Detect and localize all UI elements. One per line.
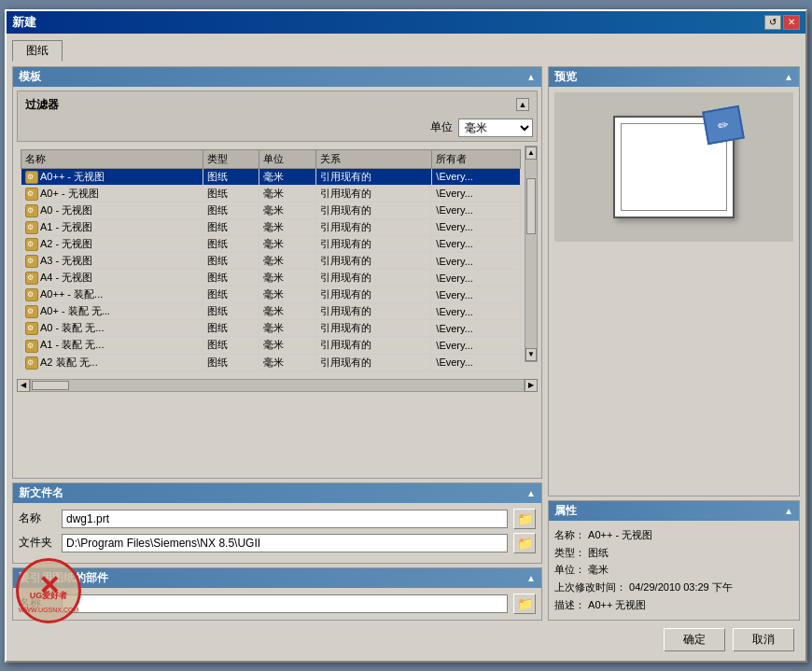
table-row[interactable]: A0+ - 装配 无... 图纸 毫米 引用现有的 \Every... [21,303,521,320]
new-file-title: 新文件名 [19,485,63,501]
prop-name-label: 名称： [554,529,585,540]
scroll-down-btn[interactable]: ▼ [525,348,537,361]
prop-desc-row: 描述： A0++ 无视图 [554,596,793,614]
properties-title: 属性 [554,503,577,519]
cell-owner: \Every... [432,218,521,235]
name-folder-button[interactable]: 📁 [513,509,536,529]
prop-modified-label: 上次修改时间： [554,581,626,593]
folder-input[interactable] [62,534,508,552]
cell-relation: 引用现有的 [315,218,432,235]
filter-header-row: 过滤器 ▲ [21,95,533,115]
new-file-chevron[interactable]: ▲ [526,488,536,498]
cancel-button[interactable]: 取消 [733,628,794,651]
preview-paper: ✏ [613,116,735,218]
cell-name: A2 - 无视图 [21,235,203,252]
cell-relation: 引用现有的 [315,270,432,287]
template-scrollbar[interactable]: ▲ ▼ [525,146,538,362]
h-scroll-left[interactable]: ◀ [17,379,30,392]
row-icon [25,272,38,285]
restore-button[interactable]: ↺ [764,15,781,30]
cell-name: A0+ - 无视图 [21,185,203,202]
unit-select[interactable]: 毫米 [458,119,533,137]
folder-browse-button[interactable]: 📁 [513,533,536,553]
table-row[interactable]: A4 - 无视图 图纸 毫米 引用现有的 \Every... [21,270,521,287]
h-scroll-right[interactable]: ▶ [525,379,538,392]
cell-owner: \Every... [432,287,521,303]
table-row[interactable]: A2 - 无视图 图纸 毫米 引用现有的 \Every... [21,235,521,252]
h-scroll-thumb[interactable] [32,381,69,390]
template-section: 模板 ▲ 过滤器 ▲ 单位 [12,66,542,479]
row-icon [25,356,38,370]
cell-name: A1 - 无视图 [21,218,203,235]
row-icon [25,171,38,184]
watermark: ✕ UG爱好者 WWW.UGSNX.COM [16,558,81,623]
prop-name-row: 名称： A0++ - 无视图 [554,526,793,544]
cell-unit: 毫米 [259,168,315,185]
row-icon [25,340,38,353]
name-input[interactable] [62,510,508,528]
cell-unit: 毫米 [259,252,315,269]
preview-title: 预览 [554,69,577,85]
col-owner: 所有者 [432,149,521,168]
related-chevron[interactable]: ▲ [526,573,536,583]
table-row[interactable]: A0 - 装配 无... 图纸 毫米 引用现有的 \Every... [21,320,521,337]
cell-owner: \Every... [432,354,521,370]
related-name-input[interactable] [62,594,508,613]
cell-relation: 引用现有的 [315,202,432,218]
main-dialog: 新建 ↺ ✕ 图纸 模板 ▲ [5,9,807,663]
col-name: 名称 [21,149,203,168]
properties-body: 名称： A0++ - 无视图 类型： 图纸 单位： 毫米 上次修改时间： [549,521,799,619]
properties-section: 属性 ▲ 名称： A0++ - 无视图 类型： 图纸 单位： [548,500,800,620]
cell-relation: 引用现有的 [315,287,432,303]
prop-desc-label: 描述： [554,599,585,610]
cell-type: 图纸 [203,270,259,287]
cell-relation: 引用现有的 [315,303,432,320]
cell-unit: 毫米 [259,320,315,337]
preview-chevron[interactable]: ▲ [784,72,793,82]
cell-name: A0++ - 装配... [21,287,203,303]
close-button[interactable]: ✕ [783,15,800,30]
related-folder-button[interactable]: 📁 [513,594,536,614]
cell-unit: 毫米 [259,337,315,354]
cell-type: 图纸 [203,252,259,269]
table-row[interactable]: A3 - 无视图 图纸 毫米 引用现有的 \Every... [21,252,521,269]
template-chevron[interactable]: ▲ [526,72,536,82]
properties-chevron[interactable]: ▲ [784,506,793,516]
table-header-row: 名称 类型 单位 关系 所有者 [21,149,521,168]
table-row[interactable]: A0 - 无视图 图纸 毫米 引用现有的 \Every... [21,202,521,218]
cell-type: 图纸 [203,320,259,337]
table-row[interactable]: A0++ - 装配... 图纸 毫米 引用现有的 \Every... [21,287,521,303]
table-row[interactable]: A0+ - 无视图 图纸 毫米 引用现有的 \Every... [21,185,521,202]
table-row[interactable]: A1 - 无视图 图纸 毫米 引用现有的 \Every... [21,218,521,235]
watermark-text2: WWW.UGSNX.COM [19,607,79,613]
cell-relation: 引用现有的 [315,337,432,354]
scroll-thumb[interactable] [526,178,536,235]
tab-drawing[interactable]: 图纸 [12,40,63,62]
scroll-up-btn[interactable]: ▲ [525,147,537,160]
prop-type-label: 类型： [554,547,585,558]
prop-unit-row: 单位： 毫米 [554,561,793,579]
filter-title: 过滤器 [25,97,59,113]
preview-canvas: ✏ [554,92,793,242]
bottom-buttons: 确定 取消 [12,624,800,655]
col-relation: 关系 [315,149,432,168]
table-row[interactable]: A2 装配 无... 图纸 毫米 引用现有的 \Every... [21,354,521,370]
properties-header: 属性 ▲ [549,501,799,521]
ok-button[interactable]: 确定 [664,628,725,651]
table-row[interactable]: A0++ - 无视图 图纸 毫米 引用现有的 \Every... [21,168,521,185]
related-header: 要引用图纸的部件 ▲ [13,568,541,588]
cell-owner: \Every... [432,270,521,287]
preview-section: 预览 ▲ ✏ [548,66,800,497]
h-scroll-container: ◀ ▶ [17,379,538,392]
row-icon [25,188,38,201]
cell-owner: \Every... [432,185,521,202]
scroll-track [525,160,537,348]
prop-type-value: 图纸 [588,547,609,558]
folder-row: 文件夹 📁 [19,533,536,553]
filter-scroll-up[interactable]: ▲ [516,98,529,111]
row-icon [25,322,38,335]
title-buttons: ↺ ✕ [764,15,800,30]
cell-owner: \Every... [432,168,521,185]
new-file-body: 名称 📁 文件夹 📁 [13,503,541,563]
table-row[interactable]: A1 - 装配 无... 图纸 毫米 引用现有的 \Every... [21,337,521,354]
